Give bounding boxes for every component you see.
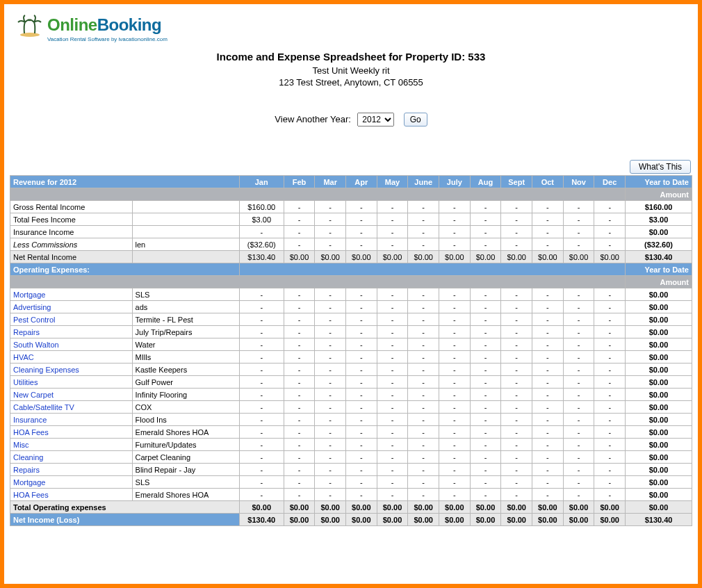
expense-label-link[interactable]: Advertising — [10, 301, 133, 313]
cell-value: $0.00 — [532, 251, 564, 263]
expense-label-link[interactable]: Insurance — [10, 414, 133, 426]
cell-value: - — [501, 426, 532, 439]
table-row: Operating Expenses:Year to Date — [10, 263, 692, 276]
cell-value: - — [239, 338, 284, 351]
cell-value: - — [346, 238, 377, 251]
expense-label-link[interactable]: Cable/Satellite TV — [10, 401, 133, 414]
logo-word-booking: Booking — [97, 15, 162, 34]
expense-label-link[interactable]: Misc — [10, 439, 133, 451]
cell-value: - — [284, 238, 315, 251]
cell-value: - — [377, 238, 408, 251]
expense-label-link[interactable]: HOA Fees — [10, 426, 133, 439]
whats-this-button[interactable]: What's This — [630, 160, 691, 174]
unit-name: Test Unit Weekly rit — [10, 65, 692, 76]
month-header: Apr — [346, 176, 377, 188]
expense-label-link[interactable]: Cleaning Expenses — [10, 364, 133, 376]
cell-value: - — [563, 489, 594, 501]
logo-text: OnlineBooking — [47, 15, 161, 35]
expense-label-link[interactable]: HVAC — [10, 351, 133, 364]
year-select[interactable]: 2012 — [357, 113, 394, 126]
cell-value: - — [594, 451, 626, 464]
cell-value: - — [315, 288, 346, 301]
cell-value: ($32.60) — [239, 238, 284, 251]
cell-value: $0.00 — [284, 514, 315, 526]
go-button[interactable]: Go — [404, 113, 427, 126]
cell-value: - — [239, 451, 284, 464]
cell-value: - — [439, 476, 471, 489]
cell-value: - — [408, 326, 439, 338]
cell-value: - — [408, 213, 439, 226]
cell-value: - — [346, 414, 377, 426]
table-row: MortgageSLS------------$0.00 — [10, 476, 692, 489]
logo-word-online: Online — [47, 15, 97, 34]
cell-value: - — [377, 338, 408, 351]
cell-value: - — [315, 201, 346, 213]
cell-value: - — [470, 414, 501, 426]
cell-value: - — [594, 401, 626, 414]
cell-value: - — [501, 301, 532, 313]
expense-label-link[interactable]: HOA Fees — [10, 489, 133, 501]
cell-value: $0.00 — [439, 514, 471, 526]
cell-value: - — [501, 376, 532, 389]
cell-value: - — [501, 288, 532, 301]
cell-value: - — [315, 489, 346, 501]
expense-label-link[interactable]: Repairs — [10, 464, 133, 476]
table-row: Total Fees Income$3.00-----------$3.00 — [10, 213, 692, 226]
cell-value: $0.00 — [377, 501, 408, 514]
cell-value: - — [563, 476, 594, 489]
cell-value: - — [532, 364, 564, 376]
cell-value: - — [315, 326, 346, 338]
cell-value: - — [284, 476, 315, 489]
cell-value: - — [470, 213, 501, 226]
cell-value: - — [501, 489, 532, 501]
cell-value: - — [377, 414, 408, 426]
ytd-value: $0.00 — [626, 313, 692, 326]
cell-value: - — [594, 313, 626, 326]
cell-value: - — [439, 338, 471, 351]
expense-label-link[interactable]: Utilities — [10, 376, 133, 389]
expense-label-link[interactable]: New Carpet — [10, 389, 133, 401]
row-label: Net Rental Income — [10, 251, 133, 263]
row-desc: len — [132, 238, 239, 251]
expense-label-link[interactable]: Repairs — [10, 326, 133, 338]
row-desc: Gulf Power — [132, 376, 239, 389]
cell-value: - — [532, 338, 564, 351]
row-desc: Carpet Cleaning — [132, 451, 239, 464]
cell-value: - — [408, 351, 439, 364]
cell-value: - — [563, 226, 594, 238]
cell-value: - — [239, 326, 284, 338]
cell-value: - — [315, 401, 346, 414]
table-row: HOA FeesEmerald Shores HOA------------$0… — [10, 489, 692, 501]
month-header: June — [408, 176, 439, 188]
row-desc: Water — [132, 338, 239, 351]
ytd-value: $3.00 — [626, 213, 692, 226]
ytd-value: $0.00 — [626, 288, 692, 301]
cell-value: - — [315, 376, 346, 389]
table-row: South WaltonWater------------$0.00 — [10, 338, 692, 351]
ytd-value: $0.00 — [626, 476, 692, 489]
row-desc: COX — [132, 401, 239, 414]
cell-value: - — [346, 401, 377, 414]
month-header: Dec — [594, 176, 626, 188]
cell-value: - — [408, 414, 439, 426]
expense-label-link[interactable]: Pest Control — [10, 313, 133, 326]
cell-value: - — [377, 401, 408, 414]
expense-label-link[interactable]: Mortgage — [10, 288, 133, 301]
table-row: RepairsJuly Trip/Repairs------------$0.0… — [10, 326, 692, 338]
cell-value: - — [501, 451, 532, 464]
expense-label-link[interactable]: Cleaning — [10, 451, 133, 464]
row-label: Insurance Income — [10, 226, 133, 238]
cell-value: $0.00 — [563, 251, 594, 263]
cell-value: - — [408, 426, 439, 439]
cell-value: - — [408, 201, 439, 213]
cell-value: - — [563, 439, 594, 451]
cell-value: - — [439, 326, 471, 338]
cell-value: - — [346, 426, 377, 439]
table-row: Total Operating expenses$0.00$0.00$0.00$… — [10, 501, 692, 514]
cell-value: $160.00 — [239, 201, 284, 213]
cell-value: $0.00 — [284, 251, 315, 263]
expense-label-link[interactable]: South Walton — [10, 338, 133, 351]
expense-label-link[interactable]: Mortgage — [10, 476, 133, 489]
ytd-value: $0.00 — [626, 226, 692, 238]
month-header: Oct — [532, 176, 564, 188]
